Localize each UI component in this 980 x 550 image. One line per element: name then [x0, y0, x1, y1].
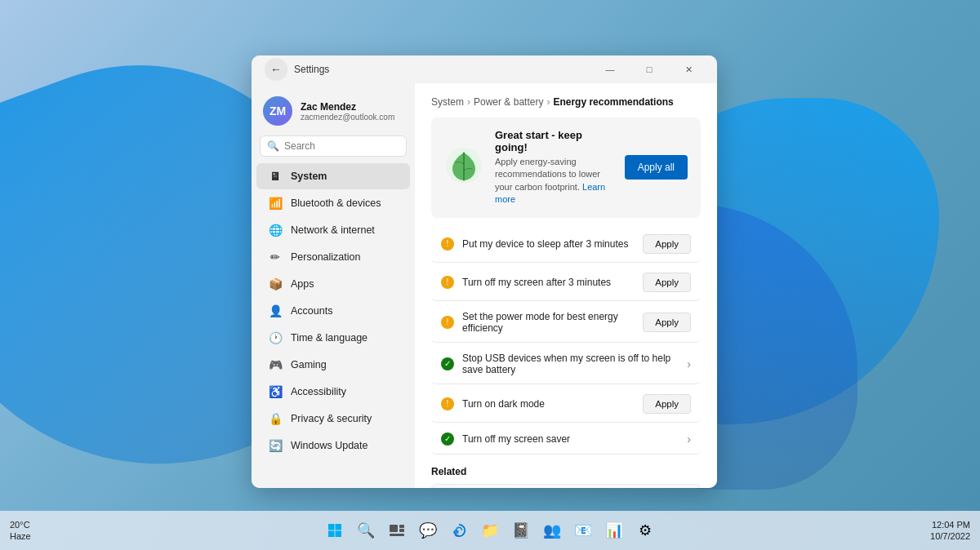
apply-btn-power-mode[interactable]: Apply: [643, 313, 691, 332]
status-icon-screen-saver: ✓: [441, 432, 454, 446]
rec-text-power-mode: Set the power mode for best energy effic…: [462, 311, 635, 334]
teams-button[interactable]: 👥: [539, 517, 565, 543]
chat-button[interactable]: 💬: [415, 517, 441, 543]
time-nav-icon: 🕐: [268, 330, 283, 345]
breadcrumb-sep-1: ›: [467, 96, 470, 108]
sidebar-item-personalization[interactable]: ✏ Personalization: [256, 244, 410, 270]
rec-text-sleep: Put my device to sleep after 3 minutes: [462, 238, 635, 250]
status-icon-screen-off: !: [441, 276, 454, 289]
clock-date: 10/7/2022: [930, 530, 970, 542]
user-email: zacmendez@outlook.com: [301, 113, 394, 122]
search-box[interactable]: 🔍: [260, 135, 407, 157]
user-profile[interactable]: ZM Zac Mendez zacmendez@outlook.com: [252, 90, 415, 135]
taskbar-right: 12:04 PM 10/7/2022: [930, 519, 970, 543]
powerpoint-button[interactable]: 📊: [601, 517, 627, 543]
close-button[interactable]: ✕: [670, 55, 707, 83]
apply-btn-sleep[interactable]: Apply: [643, 234, 691, 254]
privacy-nav-label: Privacy & security: [291, 413, 372, 424]
search-taskbar-button[interactable]: 🔍: [353, 517, 379, 543]
status-icon-sleep: !: [441, 237, 454, 251]
sidebar-item-system[interactable]: 🖥 System: [256, 163, 410, 189]
personalization-nav-icon: ✏: [268, 250, 283, 264]
sidebar: ZM Zac Mendez zacmendez@outlook.com 🔍 🖥 …: [252, 83, 415, 488]
sidebar-item-bluetooth[interactable]: 📶 Bluetooth & devices: [256, 190, 410, 216]
update-nav-icon: 🔄: [268, 438, 283, 453]
hero-title: Great start - keep going!: [495, 129, 613, 153]
rec-row-screen-off[interactable]: ! Turn off my screen after 3 minutes App…: [431, 264, 701, 301]
sidebar-item-time[interactable]: 🕐 Time & language: [256, 325, 410, 351]
status-icon-power-mode: !: [441, 316, 454, 329]
system-nav-label: System: [291, 171, 327, 182]
rec-row-usb[interactable]: ✓ Stop USB devices when my screen is off…: [431, 344, 701, 384]
update-nav-label: Windows Update: [291, 440, 368, 451]
time-widget: 12:04 PM 10/7/2022: [930, 519, 970, 543]
gaming-nav-label: Gaming: [291, 359, 327, 370]
outlook-button[interactable]: 📧: [570, 517, 596, 543]
breadcrumb-power[interactable]: Power & battery: [474, 96, 543, 108]
rec-row-power-mode[interactable]: ! Set the power mode for best energy eff…: [431, 303, 701, 343]
main-content: System › Power & battery › Energy recomm…: [415, 83, 717, 488]
sidebar-item-update[interactable]: 🔄 Windows Update: [256, 432, 410, 459]
rec-text-dark-mode: Turn on dark mode: [462, 398, 635, 410]
minimize-button[interactable]: —: [591, 55, 629, 83]
system-nav-icon: 🖥: [268, 169, 283, 184]
sidebar-item-apps[interactable]: 📦 Apps: [256, 271, 410, 297]
window-controls: — □ ✕: [591, 55, 707, 83]
task-view-button[interactable]: [384, 517, 410, 543]
sidebar-item-accessibility[interactable]: ♿ Accessibility: [256, 379, 410, 405]
svg-rect-1: [328, 524, 335, 530]
taskbar-center: 🔍 💬 📁 📓 👥 📧 📊 ⚙: [322, 517, 658, 543]
file-explorer-button[interactable]: 📁: [477, 517, 503, 543]
chevron-screen-saver: ›: [687, 432, 691, 446]
edge-button[interactable]: [446, 517, 472, 543]
onenote-button[interactable]: 📓: [508, 517, 534, 543]
svg-rect-6: [399, 525, 404, 528]
rec-row-dark-mode[interactable]: ! Turn on dark mode Apply: [431, 386, 701, 423]
accessibility-nav-label: Accessibility: [291, 386, 346, 397]
svg-rect-8: [390, 534, 404, 536]
accessibility-nav-icon: ♿: [268, 384, 283, 399]
user-info: Zac Mendez zacmendez@outlook.com: [301, 101, 394, 122]
apps-nav-icon: 📦: [268, 277, 283, 291]
breadcrumb: System › Power & battery › Energy recomm…: [431, 96, 701, 108]
sidebar-item-gaming[interactable]: 🎮 Gaming: [256, 352, 410, 378]
rec-text-screen-off: Turn off my screen after 3 minutes: [462, 277, 635, 288]
bluetooth-nav-label: Bluetooth & devices: [291, 197, 381, 209]
sidebar-item-network[interactable]: 🌐 Network & internet: [256, 217, 410, 243]
time-nav-label: Time & language: [291, 332, 368, 344]
maximize-button[interactable]: □: [630, 55, 668, 83]
apply-all-button[interactable]: Apply all: [625, 155, 688, 180]
user-name: Zac Mendez: [301, 101, 394, 113]
chevron-usb: ›: [687, 357, 691, 370]
window-titlebar: ← Settings — □ ✕: [252, 55, 717, 83]
rec-text-usb: Stop USB devices when my screen is off t…: [462, 353, 679, 375]
settings-taskbar-button[interactable]: ⚙: [632, 517, 658, 543]
avatar: ZM: [263, 96, 292, 126]
start-button[interactable]: [322, 517, 348, 543]
breadcrumb-sep-2: ›: [546, 96, 550, 108]
search-input[interactable]: [284, 140, 399, 152]
rec-row-sleep[interactable]: ! Put my device to sleep after 3 minutes…: [431, 226, 701, 263]
breadcrumb-system[interactable]: System: [431, 96, 464, 108]
sidebar-item-privacy[interactable]: 🔒 Privacy & security: [256, 406, 410, 432]
svg-rect-7: [399, 529, 404, 532]
related-section: Related More about efficiency mode for M…: [431, 466, 701, 488]
taskbar-left: 20°C Haze: [10, 519, 31, 543]
personalization-nav-label: Personalization: [291, 251, 360, 263]
accounts-nav-icon: 👤: [268, 304, 283, 318]
back-button[interactable]: ←: [265, 58, 287, 81]
apps-nav-label: Apps: [291, 278, 314, 290]
network-nav-icon: 🌐: [268, 223, 283, 237]
related-row-edge-efficiency[interactable]: More about efficiency mode for Microsoft…: [431, 484, 701, 488]
apply-btn-dark-mode[interactable]: Apply: [643, 394, 691, 414]
nav-list: 🖥 System 📶 Bluetooth & devices 🌐 Network…: [252, 163, 415, 459]
apply-btn-screen-off[interactable]: Apply: [643, 273, 691, 292]
sidebar-item-accounts[interactable]: 👤 Accounts: [256, 298, 410, 324]
rec-row-screen-saver[interactable]: ✓ Turn off my screen saver ›: [431, 424, 701, 455]
hero-leaf-icon: [444, 146, 483, 189]
hero-card: Great start - keep going! Apply energy-s…: [431, 118, 701, 218]
weather-condition: Haze: [10, 530, 31, 542]
status-icon-usb: ✓: [441, 357, 454, 370]
svg-rect-3: [328, 531, 335, 538]
clock-time: 12:04 PM: [930, 519, 970, 530]
